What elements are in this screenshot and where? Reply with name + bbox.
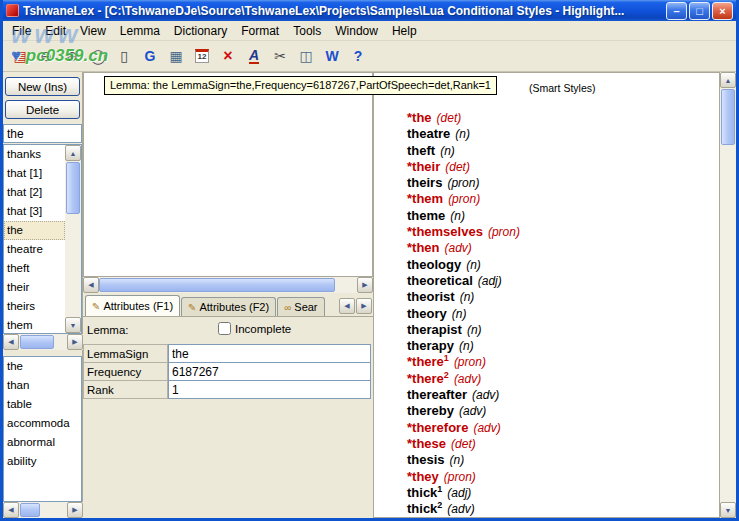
tab-scroll-right-button[interactable]: ▶ (356, 298, 372, 314)
scroll-thumb[interactable] (66, 162, 80, 214)
preview-entry[interactable]: thick1(adj) (407, 485, 520, 501)
minimize-button[interactable]: – (666, 2, 687, 20)
calendar-icon[interactable]: 12 (190, 44, 214, 68)
word-export-icon[interactable]: W (320, 44, 344, 68)
attribute-input[interactable] (168, 380, 371, 399)
preview-entry[interactable]: *they(pron) (407, 469, 520, 485)
scroll-thumb[interactable] (721, 89, 735, 145)
scroll-track[interactable] (720, 88, 736, 502)
menu-item[interactable]: Window (328, 22, 385, 40)
preview-entry[interactable]: therapist(n) (407, 322, 520, 338)
secondary-list-item[interactable]: ability (4, 452, 81, 471)
preview-entry[interactable]: *there2(adv) (407, 371, 520, 387)
preview-entry[interactable]: thereafter(adv) (407, 387, 520, 403)
preview-entry[interactable]: *these(det) (407, 436, 520, 452)
preview-entry[interactable]: *themselves(pron) (407, 224, 520, 240)
menu-item[interactable]: File (5, 22, 38, 40)
scroll-left-button[interactable]: ◀ (3, 334, 19, 350)
preview-entry[interactable]: theory(n) (407, 306, 520, 322)
incomplete-checkbox[interactable] (218, 322, 231, 335)
lemma-search-input[interactable] (3, 124, 82, 143)
preview-entry[interactable]: thick2(adv) (407, 501, 520, 517)
lemma-list-item[interactable]: theatre (4, 240, 65, 259)
menu-item[interactable]: Dictionary (167, 22, 234, 40)
delete-icon[interactable]: × (216, 44, 240, 68)
help-icon[interactable]: ? (346, 44, 370, 68)
preview-entry[interactable]: *there1(pron) (407, 354, 520, 370)
secondary-list-item[interactable]: than (4, 376, 81, 395)
preview-entry[interactable]: *therefore(adv) (407, 420, 520, 436)
tab-attributes-f2[interactable]: ✎Attributes (F2) (181, 297, 276, 316)
scroll-right-button[interactable]: ▶ (357, 277, 373, 293)
table-icon[interactable]: ▦ (164, 44, 188, 68)
google-lookup-icon[interactable]: G (138, 44, 162, 68)
lemma-list-item[interactable]: thanks (4, 145, 65, 164)
maximize-button[interactable]: □ (689, 2, 710, 20)
scroll-track[interactable] (65, 161, 81, 317)
tab-search[interactable]: ∞Sear (277, 297, 324, 316)
search-icon[interactable]: ◯ (86, 44, 110, 68)
scroll-right-button[interactable]: ▶ (67, 502, 83, 518)
menu-item[interactable]: Tools (286, 22, 328, 40)
close-button[interactable]: × (712, 2, 733, 20)
preview-entry[interactable]: theirs(pron) (407, 175, 520, 191)
secondary-list-item[interactable]: the (4, 357, 81, 376)
new-lemma-button[interactable]: New (Ins) (5, 77, 80, 96)
attribute-input[interactable] (168, 344, 371, 363)
tab-attributes-f1[interactable]: ✎Attributes (F1) (85, 295, 180, 316)
attribute-input[interactable] (168, 362, 371, 381)
preview-entry[interactable]: therapy(n) (407, 338, 520, 354)
preview-entry[interactable]: thereby(adv) (407, 403, 520, 419)
scroll-thumb[interactable] (20, 335, 54, 349)
merge-icon[interactable]: ◫ (294, 44, 318, 68)
menu-item[interactable]: Lemma (113, 22, 167, 40)
secondary-list-item[interactable]: abnormal (4, 433, 81, 452)
scroll-up-button[interactable]: ▲ (720, 72, 736, 88)
scroll-track[interactable] (19, 502, 67, 518)
scroll-track[interactable] (19, 334, 67, 350)
menu-item[interactable]: View (73, 22, 113, 40)
preview-entry[interactable]: *them(pron) (407, 191, 520, 207)
preview-entry[interactable]: theology(n) (407, 257, 520, 273)
scroll-right-button[interactable]: ▶ (67, 334, 83, 350)
scroll-left-button[interactable]: ◀ (83, 277, 99, 293)
scroll-thumb[interactable] (20, 503, 40, 517)
zoom-in-icon[interactable]: ⊕ (60, 44, 84, 68)
zoom-out-icon[interactable]: ⊖ (34, 44, 58, 68)
save-icon[interactable]: ▤ (8, 44, 32, 68)
secondary-list-item[interactable]: table (4, 395, 81, 414)
scroll-left-button[interactable]: ◀ (3, 502, 19, 518)
trash-icon[interactable]: ▯ (112, 44, 136, 68)
menu-item[interactable]: Format (234, 22, 286, 40)
preview-entry[interactable]: *the(det) (407, 110, 520, 126)
lemma-list-item[interactable]: their (4, 278, 65, 297)
preview-entry[interactable]: theorist(n) (407, 289, 520, 305)
format-icon[interactable]: A (242, 44, 266, 68)
menu-item[interactable]: Help (385, 22, 424, 40)
article-edit-area[interactable] (83, 72, 373, 277)
scroll-thumb[interactable] (99, 278, 335, 292)
lemma-list-item[interactable]: theirs (4, 297, 65, 316)
lemma-list-item[interactable]: theft (4, 259, 65, 278)
preview-entry[interactable]: theoretical(adj) (407, 273, 520, 289)
scroll-down-button[interactable]: ▼ (65, 317, 81, 333)
tab-scroll-left-button[interactable]: ◀ (339, 298, 355, 314)
preview-entry[interactable]: theme(n) (407, 208, 520, 224)
preview-entry[interactable]: *then(adv) (407, 240, 520, 256)
preview-entry[interactable]: theatre(n) (407, 126, 520, 142)
lemma-list-item[interactable]: that [1] (4, 164, 65, 183)
lemma-list-item[interactable]: them (4, 316, 65, 333)
preview-entry[interactable]: theft(n) (407, 143, 520, 159)
scroll-up-button[interactable]: ▲ (65, 145, 81, 161)
lemma-list-item[interactable]: that [2] (4, 183, 65, 202)
scroll-track[interactable] (99, 277, 357, 293)
preview-entry[interactable]: thesis(n) (407, 452, 520, 468)
lemma-list-item[interactable]: the (4, 221, 65, 240)
cut-icon[interactable]: ✂ (268, 44, 292, 68)
scroll-down-button[interactable]: ▼ (720, 502, 736, 518)
menu-item[interactable]: Edit (38, 22, 73, 40)
delete-lemma-button[interactable]: Delete (5, 100, 80, 119)
preview-entry[interactable]: *their(det) (407, 159, 520, 175)
secondary-list-item[interactable]: accommoda (4, 414, 81, 433)
lemma-list-item[interactable]: that [3] (4, 202, 65, 221)
